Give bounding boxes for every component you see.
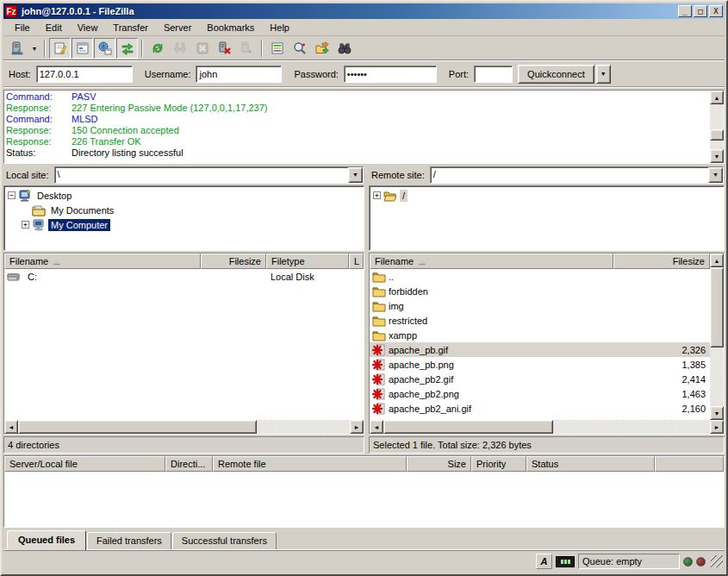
log-text: 150 Connection accepted xyxy=(72,125,179,136)
directory-filters-button[interactable] xyxy=(266,38,288,59)
tree-item-desktop[interactable]: − Desktop xyxy=(5,188,363,203)
column-header-filetype[interactable]: Filetype xyxy=(266,254,349,269)
scroll-left-icon[interactable]: ◄ xyxy=(370,420,383,434)
host-input[interactable] xyxy=(36,66,133,83)
file-size: 2,414 xyxy=(613,374,710,385)
toggle-remote-tree-button[interactable] xyxy=(94,38,115,59)
local-site-combo[interactable]: \ ▼ xyxy=(54,166,364,184)
folder-icon xyxy=(372,329,386,342)
column-header-lastmodified[interactable]: L xyxy=(349,254,364,269)
transfer-type-ascii-icon[interactable]: A xyxy=(536,554,552,569)
tree-item-my-computer[interactable]: + My Computer xyxy=(5,217,363,232)
minimize-button[interactable]: _ xyxy=(678,5,692,17)
file-name: apache_pb.gif xyxy=(389,345,613,355)
remote-site-value: / xyxy=(431,167,708,183)
scroll-right-icon[interactable]: ► xyxy=(710,420,724,434)
remote-file-row[interactable]: forbidden xyxy=(370,284,710,298)
menu-file[interactable]: File xyxy=(7,21,38,34)
file-name: C: xyxy=(23,272,201,282)
menu-server[interactable]: Server xyxy=(156,21,199,34)
remote-file-row[interactable]: apache_pb2.png1,463 xyxy=(370,386,710,401)
port-input[interactable] xyxy=(474,66,513,83)
column-header-server-local-file[interactable]: Server/Local file xyxy=(4,456,165,472)
remote-file-row[interactable]: apache_pb2.gif2,414 xyxy=(370,372,710,386)
transfer-queue: Server/Local file Directi... Remote file… xyxy=(3,455,725,528)
remote-site-combo[interactable]: / ▼ xyxy=(430,166,724,184)
tab-successful-transfers[interactable]: Successful transfers xyxy=(172,532,277,549)
remote-file-list: Filename Filesize .. forbidden img restr… xyxy=(369,253,725,435)
maximize-button[interactable]: □ xyxy=(694,5,707,17)
column-header-filesize[interactable]: Filesize xyxy=(201,254,266,269)
sort-ascending-icon xyxy=(419,259,426,264)
toggle-message-log-button[interactable] xyxy=(49,38,71,59)
collapse-icon[interactable]: − xyxy=(8,191,16,199)
quickconnect-button[interactable]: Quickconnect xyxy=(518,65,594,84)
remote-file-row[interactable]: xampp xyxy=(370,328,710,342)
menu-edit[interactable]: Edit xyxy=(38,21,70,34)
remote-file-row[interactable]: restricted xyxy=(370,313,710,328)
file-name: img xyxy=(389,301,613,311)
directory-comparison-button[interactable] xyxy=(333,38,355,59)
column-header-size[interactable]: Size xyxy=(407,456,471,472)
process-queue-button[interactable] xyxy=(169,38,190,59)
scroll-right-icon[interactable]: ► xyxy=(350,420,364,434)
reconnect-button[interactable] xyxy=(236,38,258,59)
file-name: .. xyxy=(389,272,613,282)
log-label: Response: xyxy=(6,136,72,147)
toggle-local-tree-button[interactable] xyxy=(72,38,93,59)
scroll-up-icon[interactable]: ▲ xyxy=(710,254,724,267)
log-vertical-scrollbar[interactable]: ▲ ▼ xyxy=(710,91,724,163)
tab-queued-files[interactable]: Queued files xyxy=(7,530,86,550)
remote-file-row[interactable]: apache_pb.png1,385 xyxy=(370,357,710,372)
file-search-button[interactable] xyxy=(289,38,310,59)
tree-item-my-documents[interactable]: My Documents xyxy=(5,203,363,217)
queue-size-panel: Queue: empty xyxy=(578,554,680,569)
tree-item-root[interactable]: + / xyxy=(370,188,723,203)
close-button[interactable]: X xyxy=(709,5,723,17)
remote-vertical-scrollbar[interactable]: ▲ ▼ xyxy=(710,254,724,420)
main-split: Local site: \ ▼ − Desktop My Documents xyxy=(3,166,725,454)
cancel-button[interactable] xyxy=(191,38,213,59)
local-file-row[interactable]: C: Local Disk xyxy=(4,269,364,284)
menu-help[interactable]: Help xyxy=(262,21,297,34)
tab-failed-transfers[interactable]: Failed transfers xyxy=(87,532,171,549)
expand-icon[interactable]: + xyxy=(22,221,29,229)
disconnect-button[interactable] xyxy=(214,38,235,59)
app-logo-icon: Fz xyxy=(5,5,17,17)
column-header-priority[interactable]: Priority xyxy=(471,456,526,472)
toggle-transfer-queue-button[interactable] xyxy=(116,38,138,59)
column-header-status[interactable]: Status xyxy=(526,456,655,472)
password-input[interactable] xyxy=(344,66,437,83)
remote-file-row[interactable]: apache_pb2_ani.gif2,160 xyxy=(370,401,710,416)
username-input[interactable] xyxy=(196,66,282,83)
chevron-down-icon[interactable]: ▼ xyxy=(708,167,723,183)
scroll-up-icon[interactable]: ▲ xyxy=(710,91,724,104)
remote-horizontal-scrollbar[interactable]: ◄ ► xyxy=(370,420,724,434)
scroll-left-icon[interactable]: ◄ xyxy=(4,420,18,434)
my-documents-icon xyxy=(32,203,46,217)
quickconnect-dropdown-button[interactable]: ▼ xyxy=(596,65,611,84)
local-horizontal-scrollbar[interactable]: ◄ ► xyxy=(4,420,364,434)
column-header-filename[interactable]: Filename xyxy=(4,254,201,269)
scroll-down-icon[interactable]: ▼ xyxy=(710,406,724,420)
menu-view[interactable]: View xyxy=(70,21,106,34)
speed-limits-icon[interactable] xyxy=(556,556,575,567)
column-header-remote-file[interactable]: Remote file xyxy=(213,456,407,472)
column-header-direction[interactable]: Directi... xyxy=(165,456,213,472)
column-header-filename[interactable]: Filename xyxy=(370,254,613,269)
remote-file-row-selected[interactable]: apache_pb.gif2,326 xyxy=(370,342,710,357)
menu-bookmarks[interactable]: Bookmarks xyxy=(199,21,262,34)
menu-transfer[interactable]: Transfer xyxy=(105,21,156,34)
log-text: 227 Entering Passive Mode (127,0,0,1,17,… xyxy=(72,103,267,114)
chevron-down-icon[interactable]: ▼ xyxy=(348,167,363,183)
expand-icon[interactable]: + xyxy=(373,191,381,199)
remote-file-row[interactable]: img xyxy=(370,298,710,313)
refresh-button[interactable] xyxy=(146,38,168,59)
remote-file-row[interactable]: .. xyxy=(370,269,710,284)
synchronized-browsing-button[interactable] xyxy=(311,38,333,59)
scroll-down-icon[interactable]: ▼ xyxy=(710,149,724,163)
resize-grip[interactable] xyxy=(711,555,723,567)
site-manager-dropdown-button[interactable]: ▼ xyxy=(28,38,40,59)
column-header-filesize[interactable]: Filesize xyxy=(613,254,710,269)
site-manager-button[interactable] xyxy=(6,38,28,59)
